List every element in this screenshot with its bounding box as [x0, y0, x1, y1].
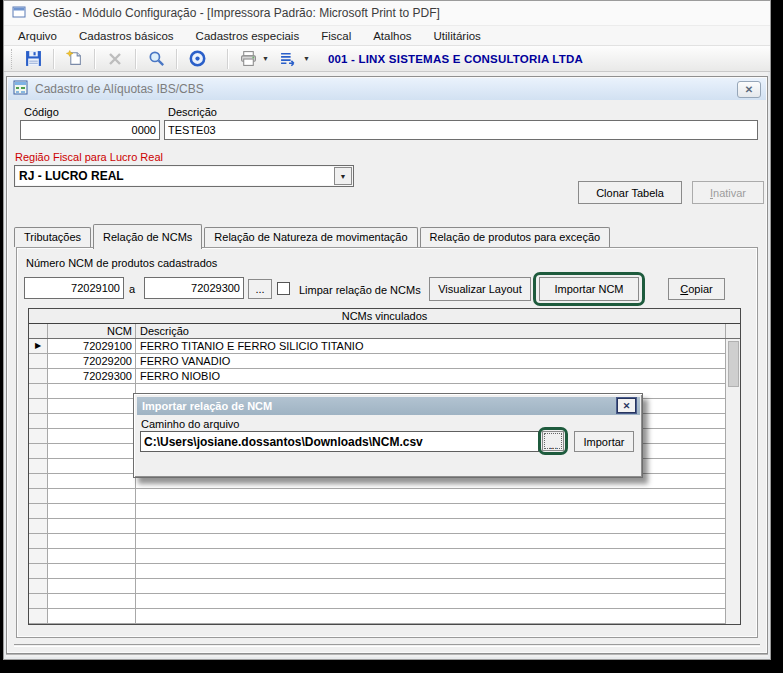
caminho-arquivo-label: Caminho do arquivo: [141, 418, 239, 430]
row-selector: [29, 519, 48, 533]
importar-relacao-ncm-dialog: Importar relação de NCM ✕ Caminho do arq…: [133, 393, 643, 478]
table-row[interactable]: [29, 579, 725, 594]
row-selector: [29, 459, 48, 473]
grid-rows: ▶72029100FERRO TITANIO E FERRO SILICIO T…: [29, 339, 725, 624]
table-row[interactable]: [29, 564, 725, 579]
combobox-dropdown-button[interactable]: ▼: [334, 167, 352, 185]
cell-descricao: [136, 564, 725, 578]
caminho-arquivo-input[interactable]: [140, 431, 539, 452]
new-record-button[interactable]: [62, 48, 86, 70]
search-button[interactable]: [144, 48, 168, 70]
ncm-range-from-input[interactable]: [24, 277, 124, 299]
row-selector: [29, 399, 48, 413]
exit-button[interactable]: [185, 48, 209, 70]
toolbar: ▼ ▼ 001 - LINX SISTEMAS E CONSULTORIA LT…: [4, 45, 770, 72]
menu-atalhos[interactable]: Atalhos: [362, 28, 422, 44]
cell-ncm: [48, 429, 136, 443]
cell-descricao: [136, 489, 725, 503]
menubar: Arquivo Cadastros básicos Cadastros espe…: [4, 26, 770, 45]
export-dropdown-icon[interactable]: ▼: [303, 55, 310, 62]
ncm-browse-button[interactable]: ...: [248, 279, 272, 299]
cell-ncm: [48, 594, 136, 608]
table-row[interactable]: [29, 549, 725, 564]
form-close-button[interactable]: ✕: [737, 81, 761, 98]
menu-cadastros-especiais[interactable]: Cadastros especiais: [185, 28, 311, 44]
dialog-close-button[interactable]: ✕: [617, 398, 636, 413]
descricao-input[interactable]: [164, 120, 758, 140]
row-selector: [29, 609, 48, 623]
export-button[interactable]: [277, 48, 301, 70]
clonar-tabela-button[interactable]: Clonar Tabela: [578, 181, 682, 204]
print-dropdown-icon[interactable]: ▼: [262, 55, 269, 62]
table-row[interactable]: [29, 594, 725, 609]
dialog-titlebar: Importar relação de NCM: [137, 397, 640, 415]
scrollbar-thumb[interactable]: [728, 341, 739, 387]
cell-ncm: 72029300: [48, 369, 136, 383]
table-row[interactable]: [29, 519, 725, 534]
cell-ncm: [48, 609, 136, 623]
limpar-relacao-checkbox[interactable]: [277, 282, 290, 295]
ncm-range-to-input[interactable]: [144, 277, 244, 299]
tab-relacao-de-ncms[interactable]: Relação de NCMs: [93, 224, 202, 249]
codigo-label: Código: [24, 106, 59, 118]
cell-ncm: [48, 444, 136, 458]
table-row[interactable]: [29, 504, 725, 519]
cell-descricao: [136, 579, 725, 593]
cell-descricao: [136, 549, 725, 563]
vertical-scrollbar[interactable]: [725, 339, 740, 624]
table-row[interactable]: ▶72029100FERRO TITANIO E FERRO SILICIO T…: [29, 339, 725, 354]
form-icon: [13, 80, 29, 98]
printer-icon: [240, 50, 257, 67]
save-icon: [25, 50, 42, 67]
row-selector: [29, 579, 48, 593]
cell-descricao: FERRO NIOBIO: [136, 369, 725, 383]
cell-ncm: [48, 519, 136, 533]
cell-descricao: FERRO VANADIO: [136, 354, 725, 368]
table-row[interactable]: 72029300FERRO NIOBIO: [29, 369, 725, 384]
cell-ncm: [48, 504, 136, 518]
print-button[interactable]: [236, 48, 260, 70]
row-selector: [29, 564, 48, 578]
tab-relacao-produtos-excecao[interactable]: Relação de produtos para exceção: [420, 227, 611, 247]
save-button[interactable]: [21, 48, 45, 70]
menu-cadastros-basicos[interactable]: Cadastros básicos: [68, 28, 185, 44]
delete-button: [103, 48, 127, 70]
tabstrip: Tributações Relação de NCMs Relação de N…: [14, 222, 762, 247]
menu-utilitarios[interactable]: Utilitários: [423, 28, 492, 44]
visualizar-layout-button[interactable]: Visualizar Layout: [429, 277, 531, 301]
importar-ncm-button[interactable]: Importar NCM: [539, 277, 639, 301]
selector-column-header: [29, 324, 48, 338]
table-row[interactable]: [29, 609, 725, 624]
regiao-fiscal-combobox[interactable]: RJ - LUCRO REAL ▼: [14, 165, 354, 187]
grid-group-header: NCMs vinculados: [29, 309, 740, 324]
menu-fiscal[interactable]: Fiscal: [310, 28, 362, 44]
application-window: Gestão - Módulo Configuração - [Impresso…: [3, 0, 771, 660]
cell-ncm: [48, 474, 136, 488]
ncm-column-header[interactable]: NCM: [48, 324, 136, 338]
numero-ncm-label: Número NCM de produtos cadastrados: [26, 257, 217, 269]
menu-arquivo[interactable]: Arquivo: [7, 28, 68, 44]
table-row[interactable]: 72029200FERRO VANADIO: [29, 354, 725, 369]
tab-tributacoes[interactable]: Tributações: [14, 227, 91, 247]
window-title: Gestão - Módulo Configuração - [Impresso…: [33, 6, 440, 20]
toolbar-grip: [11, 49, 14, 69]
dialog-importar-button[interactable]: Importar: [574, 431, 634, 452]
cell-ncm: [48, 564, 136, 578]
toolbar-separator: [135, 49, 136, 69]
table-row[interactable]: [29, 534, 725, 549]
dialog-browse-button[interactable]: ...: [542, 431, 564, 451]
codigo-input[interactable]: [20, 120, 160, 140]
cell-ncm: [48, 579, 136, 593]
descricao-column-header[interactable]: Descrição: [136, 324, 725, 338]
descricao-label: Descrição: [168, 106, 217, 118]
tab-relacao-natureza-movimentacao[interactable]: Relação de Natureza de movimentação: [204, 227, 417, 247]
row-selector: [29, 444, 48, 458]
copiar-button[interactable]: Copiar: [668, 278, 725, 300]
cadastro-aliquotas-window: Cadastro de Alíquotas IBS/CBS ✕ Código D…: [6, 76, 768, 654]
table-row[interactable]: [29, 489, 725, 504]
cell-descricao: [136, 504, 725, 518]
inativar-button: Inativar: [692, 181, 764, 204]
screen: { "window": { "title": "Gestão - Módulo …: [0, 0, 783, 673]
row-selector: [29, 504, 48, 518]
form-title: Cadastro de Alíquotas IBS/CBS: [35, 82, 204, 96]
